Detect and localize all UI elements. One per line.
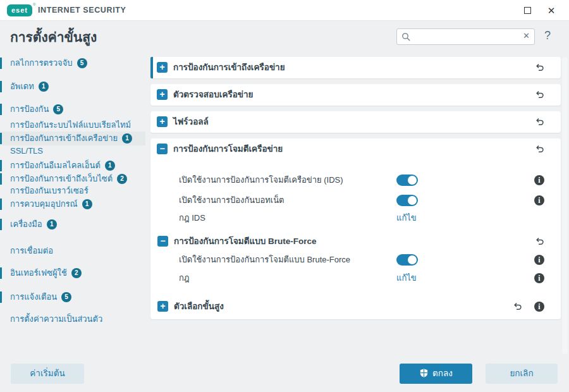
sidebar-item-privacy-settings[interactable]: การตั้งค่าความเป็นส่วนตัว <box>0 312 145 326</box>
collapse-icon[interactable]: − <box>157 144 168 154</box>
sidebar-item-label: การควบคุมอุปกรณ์ <box>10 199 78 209</box>
attention-indicator <box>0 58 2 69</box>
scrollbar-track[interactable] <box>562 57 568 354</box>
attention-indicator <box>0 81 2 92</box>
setting-label: เปิดใช้งานการป้องกันบอทเน็ต <box>179 192 284 209</box>
sidebar-item-device-control[interactable]: การควบคุมอุปกรณ์1 <box>0 197 145 211</box>
uac-shield-icon <box>419 368 429 378</box>
search-icon <box>401 32 411 42</box>
expand-icon[interactable]: + <box>157 89 168 100</box>
sidebar-item-notifications[interactable]: การแจ้งเตือน5 <box>0 290 145 304</box>
attention-indicator <box>0 104 2 115</box>
edit-link[interactable]: แก้ไข <box>396 269 417 287</box>
sidebar-item-user-interface[interactable]: อินเทอร์เฟซผู้ใช้2 <box>0 266 145 280</box>
sidebar-item-realtime-file-protection[interactable]: การป้องกันระบบไฟล์แบบเรียลไทม์ <box>0 118 145 132</box>
app-title: INTERNET SECURITY <box>38 6 126 15</box>
sidebar-item-label: อัพเดท <box>10 82 34 91</box>
toggle-on-botnet[interactable] <box>396 195 418 206</box>
edit-link[interactable]: แก้ไข <box>396 209 417 227</box>
setting-label: กฎ IDS <box>179 209 205 227</box>
sidebar-item-label: การป้องกันการเข้าถึงเครือข่าย <box>10 133 118 143</box>
sidebar-item-browser-protection[interactable]: การป้องกันเบราว์เซอร์ <box>0 184 145 198</box>
badge-count: 1 <box>122 133 132 144</box>
collapse-icon[interactable]: − <box>157 236 168 247</box>
panel-title: การป้องกันการโจมตีเครือข่าย <box>173 138 283 160</box>
sidebar-item-label: การป้องกันการเข้าถึงเว็บไซต์ <box>10 174 113 183</box>
help-icon[interactable]: ? <box>544 29 551 42</box>
toggle-knob <box>408 176 417 185</box>
panel-title: การป้องกันการเข้าถึงเครือข่าย <box>173 57 285 78</box>
revert-icon[interactable] <box>534 144 544 154</box>
revert-icon[interactable] <box>534 236 544 247</box>
eset-logo: eset <box>7 4 32 16</box>
subsection-brute-force: − การป้องกันการโจมตีแบบ Brute-Force <box>150 233 561 250</box>
attention-indicator <box>0 133 2 144</box>
attention-indicator <box>0 267 2 279</box>
sidebar-item-protections[interactable]: การป้องกัน5 <box>0 102 145 116</box>
revert-icon[interactable] <box>512 302 522 312</box>
sidebar-item-label: การป้องกันอีเมลไคลเอ็นต์ <box>10 161 101 170</box>
toggle-on-brute-force[interactable] <box>396 254 418 266</box>
info-icon[interactable]: i <box>534 195 544 205</box>
badge-count: 5 <box>77 58 87 68</box>
sidebar-item-connectivity[interactable]: การเชื่อมต่อ <box>0 244 145 258</box>
badge-count: 2 <box>117 174 127 184</box>
registered-mark: ® <box>33 3 35 6</box>
sidebar-item-label: SSL/TLS <box>10 144 43 158</box>
setting-row-botnet: เปิดใช้งานการป้องกันบอทเน็ต i <box>150 192 561 209</box>
page-title: การตั้งค่าขั้นสูง <box>10 27 97 47</box>
badge-count: 1 <box>105 161 115 171</box>
attention-indicator <box>0 199 2 210</box>
ok-button[interactable]: ตกลง <box>400 364 472 384</box>
info-icon[interactable]: i <box>534 175 544 185</box>
toggle-on-ids[interactable] <box>396 175 418 186</box>
badge-count: 1 <box>82 199 92 209</box>
subsection-advanced-options: + ตัวเลือกขั้นสูง i <box>150 298 561 315</box>
attention-indicator <box>0 173 2 185</box>
sidebar-item-detection-engine[interactable]: กลไกการตรวจจับ5 <box>0 56 145 70</box>
info-icon[interactable]: i <box>534 273 544 283</box>
expand-icon[interactable]: + <box>157 116 168 127</box>
search-input[interactable] <box>413 30 518 44</box>
default-button[interactable]: ค่าเริ่มต้น <box>11 364 84 384</box>
revert-icon[interactable] <box>534 117 544 127</box>
revert-icon[interactable] <box>534 63 544 73</box>
sidebar-item-network-access-protection[interactable]: การป้องกันการเข้าถึงเครือข่าย1 <box>0 132 145 145</box>
setting-row-brute-force: เปิดใช้งานการป้องกันการโจมตีแบบ Brute-Fo… <box>150 251 561 269</box>
toggle-knob <box>408 196 417 205</box>
sidebar-item-update[interactable]: อัพเดท1 <box>0 80 145 94</box>
sidebar-item-email-client-protection[interactable]: การป้องกันอีเมลไคลเอ็นต์1 <box>0 159 145 173</box>
sidebar-item-label: การป้องกันระบบไฟล์แบบเรียลไทม์ <box>10 118 131 132</box>
info-icon[interactable]: i <box>534 302 544 312</box>
setting-label: เปิดใช้งานการป้องกันการโจมตีเครือข่าย (I… <box>179 171 343 189</box>
expand-icon[interactable]: + <box>157 301 168 312</box>
badge-count: 5 <box>61 292 71 302</box>
subsection-title: การป้องกันการโจมตีแบบ Brute-Force <box>174 233 317 250</box>
attention-indicator <box>0 160 2 171</box>
toggle-knob <box>408 255 417 264</box>
attention-indicator <box>0 219 2 230</box>
setting-row-ids-rules: กฎ IDS แก้ไข <box>150 209 561 227</box>
sidebar-item-label: อินเทอร์เฟซผู้ใช้ <box>10 268 67 278</box>
sidebar-item-label: การป้องกัน <box>10 104 49 114</box>
sidebar-item-label: การตั้งค่าความเป็นส่วนตัว <box>10 312 102 326</box>
sidebar-item-label: การเชื่อมต่อ <box>10 244 53 258</box>
panel-network-inspector: + ตัวตรวจสอบเครือข่าย <box>150 84 561 106</box>
revert-icon[interactable] <box>534 90 544 100</box>
close-icon[interactable]: ✕ <box>545 4 558 17</box>
expand-icon[interactable]: + <box>157 62 168 73</box>
sidebar-item-tools[interactable]: เครื่องมือ1 <box>0 217 145 231</box>
setting-label: เปิดใช้งานการป้องกันการโจมตีแบบ Brute-Fo… <box>179 251 350 269</box>
sidebar-item-ssl-tls[interactable]: SSL/TLS <box>0 144 145 158</box>
info-icon[interactable]: i <box>534 255 544 265</box>
panel-network-attack-protection: − การป้องกันการโจมตีเครือข่าย เปิดใช้งาน… <box>150 138 561 319</box>
clear-search-icon[interactable]: ✕ <box>523 31 530 40</box>
search-box[interactable]: ✕ <box>396 28 535 45</box>
attention-indicator <box>0 291 2 303</box>
restore-window-icon[interactable] <box>524 7 531 14</box>
sidebar-item-label: เครื่องมือ <box>10 219 42 229</box>
sidebar-item-label: กลไกการตรวจจับ <box>10 58 73 68</box>
panel-title: ไฟร์วอลล์ <box>173 111 209 133</box>
badge-count: 1 <box>39 82 49 92</box>
cancel-button[interactable]: ยกเลิก <box>486 364 558 384</box>
